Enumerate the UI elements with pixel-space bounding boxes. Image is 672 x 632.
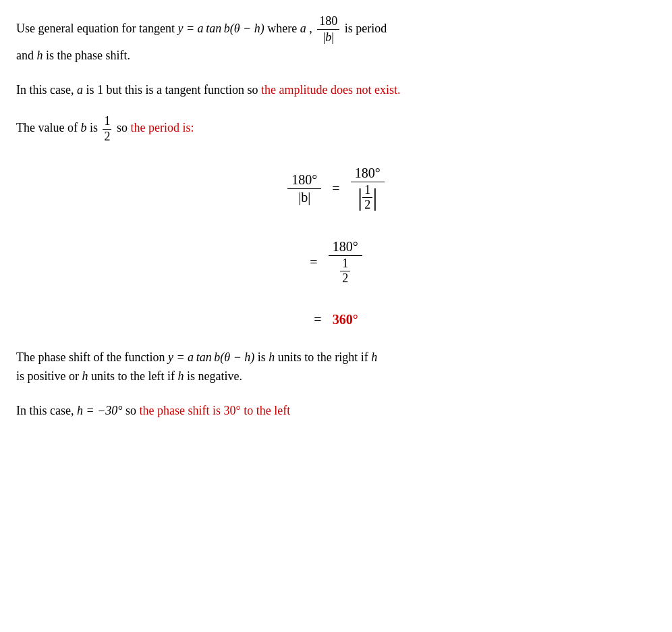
p4-h: h bbox=[269, 350, 275, 364]
p1-and: and bbox=[16, 49, 37, 62]
nested-den: 2 bbox=[362, 198, 372, 212]
step2-den-num: 1 bbox=[340, 257, 350, 271]
rhs-fraction: 180° | 1 2 | bbox=[351, 165, 385, 213]
lhs-fraction: 180° |b| bbox=[287, 172, 321, 206]
p3-so: so bbox=[113, 122, 130, 135]
lhs-den: |b| bbox=[294, 189, 314, 206]
p2-a: a bbox=[77, 83, 83, 97]
p1-equation: y = a tan b(θ − h) bbox=[177, 22, 264, 35]
paragraph-5: In this case, h = −30° so the phase shif… bbox=[16, 401, 656, 421]
period-fraction-header: 180 |b| bbox=[317, 14, 339, 46]
p4-units: units to the right if bbox=[275, 350, 371, 364]
result-row: = 360° bbox=[314, 312, 358, 327]
p3-red-text: the period is: bbox=[131, 122, 194, 135]
page-content: Use general equation for tangent y = a t… bbox=[16, 14, 656, 421]
p5-rest: units to the left if bbox=[88, 369, 178, 383]
p1-period-label: is period bbox=[345, 22, 387, 35]
period-fraction-denominator: |b| bbox=[321, 30, 336, 45]
p1-phase: is the phase shift. bbox=[43, 49, 130, 62]
p4-equation: y = a tan b(θ − h) bbox=[168, 350, 254, 364]
step-row-2: = 180° 1 2 bbox=[310, 238, 362, 286]
p6-equation: h = −30° bbox=[77, 404, 123, 417]
p1-text-before: Use general equation for tangent bbox=[16, 22, 177, 35]
b-fraction-num: 1 bbox=[103, 114, 111, 130]
p1-a: a bbox=[300, 22, 306, 35]
p6-start: In this case, bbox=[16, 404, 77, 417]
paragraph-1: Use general equation for tangent y = a t… bbox=[16, 14, 656, 65]
rhs-den: | 1 2 | bbox=[354, 182, 381, 213]
period-fraction-numerator: 180 bbox=[317, 14, 339, 30]
step2-fraction: 180° 1 2 bbox=[329, 238, 362, 286]
paragraph-2: In this case, a is 1 but this is a tange… bbox=[16, 80, 656, 100]
paragraph-3: The value of b is 1 2 so the period is: bbox=[16, 114, 656, 144]
rhs-num: 180° bbox=[351, 165, 385, 182]
p5-end: is negative. bbox=[184, 369, 242, 383]
p4-is: is bbox=[254, 350, 269, 364]
step3-equals: = bbox=[314, 312, 321, 327]
p2-start: In this case, bbox=[16, 83, 77, 97]
step-block-1: 180° |b| = 180° | 1 2 | = 1 bbox=[16, 159, 656, 334]
b-value-fraction: 1 2 bbox=[103, 114, 111, 144]
nested-num: 1 bbox=[362, 183, 372, 198]
p6-red-text: the phase shift is 30° to the left bbox=[140, 404, 291, 417]
p4-h2: h bbox=[371, 350, 377, 364]
step2-den-fraction: 1 2 bbox=[340, 257, 350, 286]
p3-is: is bbox=[86, 122, 101, 135]
nested-fraction: 1 2 bbox=[362, 183, 372, 212]
step3-result: 360° bbox=[333, 312, 358, 327]
p2-red-text: the amplitude does not exist. bbox=[261, 83, 400, 97]
p1-comma: , bbox=[306, 22, 316, 35]
p2-middle: is 1 but this is a tangent function so bbox=[83, 83, 261, 97]
p1-h: h bbox=[37, 49, 43, 62]
p4-start: The phase shift of the function bbox=[16, 350, 168, 364]
p6-so: so bbox=[122, 404, 139, 417]
step2-den-den: 2 bbox=[340, 271, 350, 286]
p1-where: where bbox=[264, 22, 300, 35]
p5-cont: is positive or bbox=[16, 369, 82, 383]
paragraph-4: The phase shift of the function y = a ta… bbox=[16, 348, 656, 387]
step2-den: 1 2 bbox=[336, 256, 354, 286]
b-fraction-den: 2 bbox=[103, 130, 111, 144]
step2-num: 180° bbox=[329, 238, 362, 256]
step-row-1: 180° |b| = 180° | 1 2 | bbox=[287, 165, 384, 213]
step1-equals: = bbox=[332, 181, 339, 196]
step2-equals: = bbox=[310, 255, 317, 270]
p5-h: h bbox=[82, 369, 88, 383]
lhs-num: 180° bbox=[287, 172, 321, 189]
p3-start: The value of bbox=[16, 122, 80, 135]
